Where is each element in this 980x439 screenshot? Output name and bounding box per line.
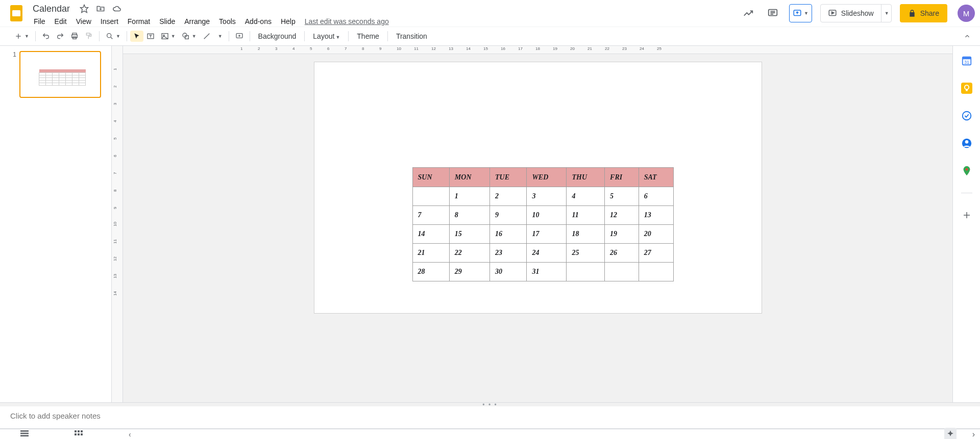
comments-icon[interactable] xyxy=(765,5,781,21)
slides-logo[interactable] xyxy=(5,2,28,24)
calendar-cell[interactable]: 30 xyxy=(490,263,527,281)
calendar-cell[interactable]: 29 xyxy=(449,263,489,281)
calendar-cell[interactable]: 25 xyxy=(567,244,605,263)
cloud-saved-icon[interactable] xyxy=(112,4,122,14)
calendar-header-cell[interactable]: MON xyxy=(449,168,489,187)
calendar-cell[interactable]: 6 xyxy=(639,187,673,206)
speaker-notes[interactable]: Click to add speaker notes xyxy=(0,406,980,429)
select-tool[interactable] xyxy=(130,31,143,42)
slideshow-button[interactable]: Slideshow xyxy=(821,9,881,18)
image-tool[interactable]: ▼ xyxy=(158,30,179,42)
theme-button[interactable]: Theme xyxy=(352,29,384,43)
chevron-left-icon[interactable]: ‹ xyxy=(129,430,131,438)
calendar-cell[interactable]: 19 xyxy=(605,225,639,244)
calendar-cell[interactable]: 31 xyxy=(527,263,567,281)
activity-icon[interactable] xyxy=(740,5,756,21)
background-button[interactable]: Background xyxy=(253,29,302,43)
menu-insert[interactable]: Insert xyxy=(96,15,122,28)
filmstrip-slide-1[interactable]: 1 xyxy=(10,51,101,98)
paint-format-button[interactable] xyxy=(82,30,96,42)
calendar-cell[interactable]: 12 xyxy=(605,206,639,225)
calendar-cell[interactable]: 8 xyxy=(449,206,489,225)
calendar-cell[interactable]: 2 xyxy=(490,187,527,206)
print-button[interactable] xyxy=(67,30,82,42)
menu-arrange[interactable]: Arrange xyxy=(180,15,214,28)
calendar-cell[interactable]: 27 xyxy=(639,244,673,263)
menu-view[interactable]: View xyxy=(72,15,95,28)
menu-slide[interactable]: Slide xyxy=(155,15,179,28)
calendar-cell[interactable]: 11 xyxy=(567,206,605,225)
notes-splitter[interactable]: • • • xyxy=(0,402,980,406)
transition-button[interactable]: Transition xyxy=(391,29,432,43)
slideshow-dropdown[interactable]: ▼ xyxy=(881,5,891,22)
explore-button[interactable] xyxy=(944,428,957,439)
calendar-cell[interactable]: 23 xyxy=(490,244,527,263)
line-tool[interactable] xyxy=(200,30,214,42)
shape-tool[interactable]: ▼ xyxy=(179,30,200,42)
slide-canvas[interactable]: SUNMONTUEWEDTHUFRISAT1234567891011121314… xyxy=(314,62,762,313)
menu-edit[interactable]: Edit xyxy=(51,15,71,28)
calendar-cell[interactable]: 16 xyxy=(490,225,527,244)
calendar-cell[interactable]: 4 xyxy=(567,187,605,206)
calendar-header-cell[interactable]: FRI xyxy=(605,168,639,187)
calendar-header-cell[interactable]: THU xyxy=(567,168,605,187)
calendar-cell[interactable] xyxy=(567,263,605,281)
calendar-header-cell[interactable]: SAT xyxy=(639,168,673,187)
tasks-app-icon[interactable] xyxy=(961,110,972,121)
calendar-header-cell[interactable]: TUE xyxy=(490,168,527,187)
calendar-cell[interactable]: 28 xyxy=(412,263,449,281)
calendar-cell[interactable]: 15 xyxy=(449,225,489,244)
calendar-cell[interactable]: 18 xyxy=(567,225,605,244)
undo-button[interactable] xyxy=(39,30,53,42)
calendar-cell[interactable]: 10 xyxy=(527,206,567,225)
calendar-cell[interactable]: 7 xyxy=(412,206,449,225)
star-icon[interactable] xyxy=(79,4,89,14)
last-edit-link[interactable]: Last edit was seconds ago xyxy=(305,17,389,25)
share-button[interactable]: Share xyxy=(900,4,947,22)
menu-file[interactable]: File xyxy=(30,15,50,28)
more-tools-dropdown[interactable]: ▼ xyxy=(214,32,226,41)
calendar-cell[interactable]: 21 xyxy=(412,244,449,263)
calendar-cell[interactable]: 17 xyxy=(527,225,567,244)
move-to-folder-icon[interactable] xyxy=(95,4,106,14)
calendar-table[interactable]: SUNMONTUEWEDTHUFRISAT1234567891011121314… xyxy=(412,167,674,281)
maps-app-icon[interactable] xyxy=(961,165,972,176)
layout-button[interactable]: Layout▼ xyxy=(308,29,345,43)
calendar-cell[interactable]: 3 xyxy=(527,187,567,206)
present-to-meeting-button[interactable]: ▼ xyxy=(789,4,812,22)
calendar-cell[interactable] xyxy=(605,263,639,281)
calendar-cell[interactable]: 14 xyxy=(412,225,449,244)
calendar-cell[interactable]: 24 xyxy=(527,244,567,263)
filmstrip-view-icon[interactable] xyxy=(20,430,29,438)
menu-tools[interactable]: Tools xyxy=(215,15,240,28)
calendar-cell[interactable] xyxy=(412,187,449,206)
slide-board[interactable]: SUNMONTUEWEDTHUFRISAT1234567891011121314… xyxy=(123,54,952,402)
calendar-header-cell[interactable]: WED xyxy=(527,168,567,187)
grid-view-icon[interactable] xyxy=(75,430,83,438)
menu-help[interactable]: Help xyxy=(277,15,300,28)
keep-app-icon[interactable] xyxy=(961,83,972,94)
show-sidepanel-icon[interactable]: › xyxy=(972,430,975,439)
calendar-cell[interactable]: 5 xyxy=(605,187,639,206)
calendar-app-icon[interactable]: 31 xyxy=(961,55,972,66)
filmstrip[interactable]: 1 xyxy=(0,46,112,402)
collapse-toolbar-button[interactable] xyxy=(961,31,974,42)
textbox-tool[interactable] xyxy=(143,30,158,42)
account-avatar[interactable]: M xyxy=(958,5,975,22)
calendar-cell[interactable]: 1 xyxy=(449,187,489,206)
zoom-button[interactable]: ▼ xyxy=(103,30,124,42)
calendar-cell[interactable]: 20 xyxy=(639,225,673,244)
calendar-cell[interactable]: 22 xyxy=(449,244,489,263)
calendar-cell[interactable]: 9 xyxy=(490,206,527,225)
calendar-cell[interactable]: 13 xyxy=(639,206,673,225)
new-slide-button[interactable]: ▼ xyxy=(11,30,32,42)
calendar-cell[interactable]: 26 xyxy=(605,244,639,263)
add-comment-button[interactable] xyxy=(232,30,247,42)
doc-title[interactable]: Calendar xyxy=(30,3,73,15)
calendar-cell[interactable] xyxy=(639,263,673,281)
get-addons-icon[interactable] xyxy=(961,210,972,221)
redo-button[interactable] xyxy=(53,30,67,42)
menu-format[interactable]: Format xyxy=(124,15,154,28)
calendar-header-cell[interactable]: SUN xyxy=(412,168,449,187)
contacts-app-icon[interactable] xyxy=(961,138,972,149)
